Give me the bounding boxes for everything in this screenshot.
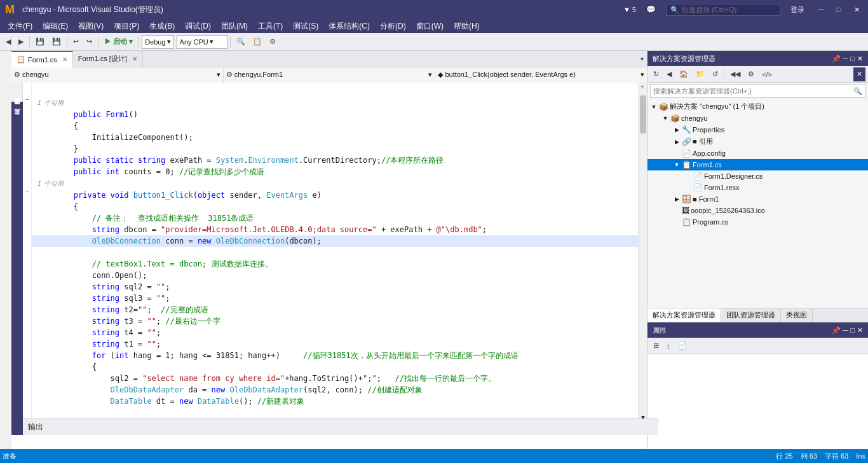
se-search-icon[interactable]: 🔍 [853, 87, 862, 95]
quick-launch-input[interactable] [682, 6, 764, 13]
notification-icon[interactable]: ▼ 5 [623, 6, 636, 13]
toolbar-back[interactable]: ◀ [3, 35, 14, 49]
tree-project[interactable]: ▼ 📦 chengyu [648, 113, 868, 124]
menu-help[interactable]: 帮助(H) [449, 20, 485, 33]
se-home-btn[interactable]: 🏠 [676, 67, 691, 81]
collapse-button1click[interactable]: − [23, 186, 32, 197]
pc-label: Program.cs [693, 218, 728, 226]
se-tab-team[interactable]: 团队资源管理器 [721, 308, 781, 322]
menu-file[interactable]: 文件(F) [3, 20, 37, 33]
tree-form1[interactable]: ▶ 🪟 ■ Form1 [648, 193, 868, 205]
props-icon: 🔧 [682, 125, 691, 134]
server-explorer-tab[interactable]: 服务器资源管理器 [11, 104, 23, 114]
se-tab-solution[interactable]: 解决方案资源管理器 [648, 308, 721, 322]
tab-label-form1cs: Form1.cs [28, 56, 57, 64]
menu-debug[interactable]: 调试(D) [180, 20, 216, 33]
class-dropdown[interactable]: ⚙ chengyu.Form1 ▾ [224, 67, 436, 83]
prop-toolbar: ⊞ ↕ 📄 [648, 338, 868, 354]
se-close-btn[interactable]: ✕ [857, 55, 863, 63]
tab-close-form1cs[interactable]: ✕ [62, 56, 67, 63]
tree-form1designer[interactable]: 📄 Form1.Designer.cs [648, 170, 868, 182]
tab-form1designer[interactable]: Form1.cs [设计] ✕ [73, 51, 143, 67]
platform-dropdown[interactable]: Any CPU ▾ [177, 35, 227, 49]
se-close-panel-btn[interactable]: ✕ [853, 67, 865, 81]
menu-team[interactable]: 团队(M) [216, 20, 253, 33]
se-code-btn[interactable]: </> [759, 67, 775, 81]
status-row: 行 25 [776, 452, 792, 461]
gutter-spacer7 [23, 163, 31, 174]
prop-close-btn[interactable]: ✕ [857, 326, 863, 335]
tree-references[interactable]: ▶ 🔗 ■ 引用 [648, 135, 868, 148]
code-area[interactable]: − − 1 个引用 public Form1() { InitializeCom… [11, 83, 647, 422]
menu-tools[interactable]: 工具(T) [253, 20, 288, 33]
prop-alpha-btn[interactable]: ↕ [663, 339, 674, 353]
toolbar-saveall[interactable]: 💾 [49, 35, 64, 49]
toolbar-solution[interactable]: 📋 [250, 35, 265, 49]
toolbar-forward[interactable]: ▶ [15, 35, 27, 49]
menu-view[interactable]: 视图(V) [73, 20, 109, 33]
se-pin-btn[interactable]: 📌 [832, 55, 841, 63]
se-back-btn[interactable]: ◀ [663, 67, 675, 81]
expand-editor-btn[interactable]: + [638, 83, 647, 92]
toolbox-tab[interactable]: 工具箱 [11, 114, 23, 125]
tree-form1cs[interactable]: ▼ 📋 Form1.cs [648, 159, 868, 170]
se-search-bar: 🔍 [650, 84, 865, 98]
scrollbar-thumb[interactable] [640, 95, 646, 134]
close-button[interactable]: ✕ [850, 3, 863, 16]
tree-appconfig[interactable]: 📄 App.config [648, 148, 868, 159]
toolbar-redo[interactable]: ↪ [83, 35, 95, 49]
prop-maximize-btn[interactable]: □ [850, 326, 855, 335]
prop-minimize-btn[interactable]: ─ [843, 326, 848, 335]
se-show-files-btn[interactable]: 📁 [693, 67, 708, 81]
collapse-form1[interactable]: − [23, 94, 32, 106]
tree-programcs[interactable]: 📋 Program.cs [648, 216, 868, 228]
user-login[interactable]: 登录 [790, 5, 804, 15]
menu-project[interactable]: 项目(P) [109, 20, 144, 33]
se-refresh-btn[interactable]: ↺ [709, 67, 721, 81]
se-tab-classview[interactable]: 类视图 [781, 308, 813, 322]
toolbar-run[interactable]: ▶ 启动 ▾ [101, 35, 136, 49]
menu-test[interactable]: 测试(S) [288, 20, 323, 33]
tab-scroll-right[interactable]: ▾ [637, 52, 647, 66]
tree-solution[interactable]: ▼ 📦 解决方案 "chengyu" (1 个项目) [648, 100, 868, 113]
prop-pin-btn[interactable]: 📌 [832, 326, 841, 335]
se-minimize-btn[interactable]: ─ [843, 55, 848, 63]
tab-close-form1designer[interactable]: ✕ [132, 55, 137, 62]
maximize-button[interactable]: □ [832, 3, 845, 16]
chat-icon[interactable]: 💬 [646, 5, 656, 14]
se-sync-btn[interactable]: ↻ [650, 67, 662, 81]
prop-category-btn[interactable]: ⊞ [650, 339, 662, 353]
se-collapse-btn[interactable]: ◀◀ [727, 67, 743, 81]
se-header-btns: 📌 ─ □ ✕ [832, 55, 863, 63]
method-dropdown[interactable]: ◆ button1_Click(object sender, EventArgs… [435, 67, 647, 83]
menu-arch[interactable]: 体系结构(C) [323, 20, 375, 33]
namespace-dropdown[interactable]: ⚙ chengyu ▾ [11, 67, 224, 83]
toolbar-props[interactable]: ⚙ [266, 35, 279, 49]
tree-ico[interactable]: 🖼 ooopic_1526264363.ico [648, 205, 868, 216]
menu-window[interactable]: 窗口(W) [411, 20, 449, 33]
se-sep [724, 69, 724, 80]
properties-panel: 属性 📌 ─ □ ✕ ⊞ ↕ 📄 [648, 322, 868, 449]
toolbar-save[interactable]: 💾 [32, 35, 48, 49]
code-content[interactable]: 1 个引用 public Form1() { InitializeCompone… [32, 83, 638, 422]
se-maximize-btn[interactable]: □ [850, 55, 855, 63]
tree-form1resx[interactable]: 📄 Form1.resx [648, 182, 868, 193]
se-title: 解决方案资源管理器 [653, 54, 715, 64]
tab-form1cs[interactable]: 📋 Form1.cs ✕ [11, 51, 73, 67]
toolbar-sep2 [67, 36, 67, 48]
vertical-scrollbar[interactable]: ▲ ▼ + [638, 83, 647, 422]
menu-edit[interactable]: 编辑(E) [37, 20, 73, 33]
prop-page-btn[interactable]: 📄 [675, 339, 690, 353]
menu-analyze[interactable]: 分析(D) [375, 20, 411, 33]
toolbar-undo[interactable]: ↩ [70, 35, 82, 49]
se-search-input[interactable] [653, 87, 853, 95]
debug-mode-dropdown[interactable]: Debug ▾ [142, 35, 173, 49]
tree-properties[interactable]: ▶ 🔧 Properties [648, 124, 868, 135]
toolbar-sep4 [139, 36, 139, 48]
menu-build[interactable]: 生成(B) [144, 20, 180, 33]
minimize-button[interactable]: ─ [815, 3, 827, 16]
status-ins: Ins [856, 452, 865, 460]
solution-icon: 📦 [659, 102, 668, 111]
se-prop-btn[interactable]: ⚙ [745, 67, 757, 81]
toolbar-find[interactable]: 🔍 [233, 35, 248, 49]
